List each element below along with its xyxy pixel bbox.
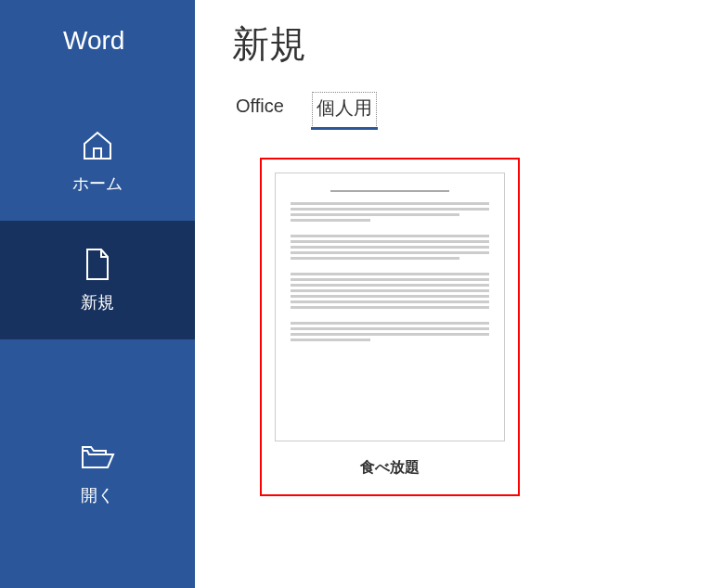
app-title: Word	[0, 0, 195, 102]
sidebar-item-new[interactable]: 新規	[0, 221, 195, 339]
sidebar-item-open[interactable]: 開く	[0, 414, 195, 532]
template-area: 食べ放題	[232, 158, 687, 496]
sidebar-spacer	[0, 339, 195, 414]
document-icon	[80, 247, 115, 282]
tab-label: 個人用	[317, 97, 372, 118]
sidebar-item-label: 開く	[81, 484, 114, 506]
template-card[interactable]: 食べ放題	[260, 158, 520, 496]
template-label: 食べ放題	[275, 458, 505, 478]
sidebar-item-label: ホーム	[72, 173, 123, 195]
sidebar: Word ホーム 新規 開く	[0, 0, 195, 588]
sidebar-item-label: 新規	[81, 291, 114, 313]
tab-label: Office	[236, 96, 284, 116]
folder-open-icon	[80, 440, 115, 475]
main-content: 新規 Office 個人用	[195, 0, 724, 588]
home-icon	[80, 128, 115, 163]
tabs: Office 個人用	[232, 92, 687, 128]
sidebar-item-home[interactable]: ホーム	[0, 102, 195, 221]
page-title: 新規	[232, 19, 687, 70]
tab-office[interactable]: Office	[234, 92, 286, 128]
tab-personal[interactable]: 個人用	[312, 92, 377, 128]
template-thumbnail	[275, 173, 505, 441]
